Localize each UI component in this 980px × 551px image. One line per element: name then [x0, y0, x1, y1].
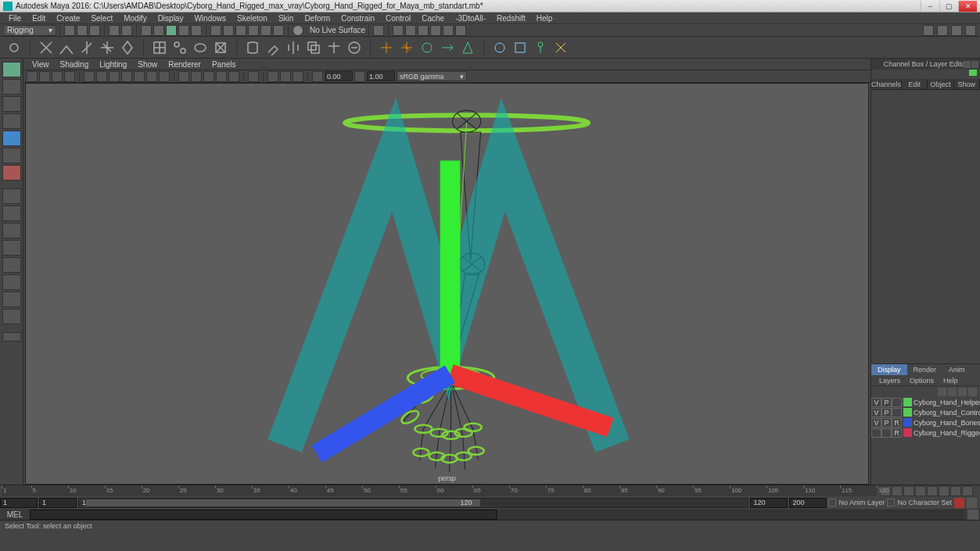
select-mode-icon[interactable] — [141, 25, 152, 36]
layer-p-toggle[interactable]: P — [881, 418, 892, 428]
snap-live-icon[interactable] — [260, 25, 271, 36]
panel-menu-show[interactable]: Show — [132, 60, 163, 69]
lattice-icon[interactable] — [152, 40, 167, 55]
menu-control[interactable]: Control — [380, 14, 416, 23]
layer-color-swatch[interactable] — [903, 418, 912, 427]
menu-create[interactable]: Create — [51, 14, 85, 23]
cluster-icon[interactable] — [172, 40, 188, 55]
layer-r-toggle[interactable] — [892, 398, 902, 407]
menu-skeleton[interactable]: Skeleton — [232, 14, 273, 23]
select-mask-icon[interactable] — [191, 25, 202, 36]
anim-prefs-icon[interactable] — [967, 498, 977, 508]
char-set-check[interactable] — [887, 499, 895, 506]
panel-dock-icon[interactable] — [964, 61, 971, 68]
menu-skin[interactable]: Skin — [273, 14, 299, 23]
panel-toggle-2-icon[interactable] — [937, 25, 948, 36]
select-obj-icon[interactable] — [166, 25, 177, 36]
xray-joints-icon[interactable] — [280, 71, 291, 82]
menu-display[interactable]: Display — [153, 14, 189, 23]
snap-view-icon[interactable] — [273, 25, 284, 36]
render-view-icon[interactable] — [443, 25, 454, 36]
rotate-tool-icon[interactable] — [2, 131, 21, 146]
open-scene-icon[interactable] — [77, 25, 88, 36]
bookmark-icon[interactable] — [52, 71, 63, 82]
panel-menu-panels[interactable]: Panels — [206, 60, 242, 69]
menu-edit[interactable]: Edit — [27, 14, 51, 23]
smooth-shade-icon[interactable] — [191, 71, 202, 82]
step-back-icon[interactable] — [903, 486, 914, 496]
render-settings-icon[interactable] — [418, 25, 429, 36]
shelf-selector-icon[interactable] — [6, 40, 22, 55]
select-tool-icon[interactable] — [2, 62, 21, 77]
go-to-end-icon[interactable] — [962, 486, 973, 496]
mirror-joint-icon[interactable] — [79, 40, 95, 55]
last-tool-icon[interactable] — [2, 165, 21, 181]
scale-tool-icon[interactable] — [2, 148, 21, 163]
layer-p-toggle[interactable]: P — [881, 408, 892, 417]
layout-four-icon[interactable] — [2, 206, 21, 221]
menu-constrain[interactable]: Constrain — [336, 14, 380, 23]
layer-menu-help[interactable]: Help — [939, 377, 963, 385]
human-ik-icon[interactable] — [553, 40, 569, 55]
mirror-weights-icon[interactable] — [285, 40, 301, 55]
snap-grid-icon[interactable] — [210, 25, 221, 36]
new-layer-icon[interactable] — [958, 388, 967, 396]
menu-cache[interactable]: Cache — [416, 14, 450, 23]
range-start-field[interactable] — [39, 498, 77, 508]
panel-toggle-3-icon[interactable] — [951, 25, 962, 36]
snap-curve-icon[interactable] — [223, 25, 234, 36]
layer-v-toggle[interactable] — [871, 428, 881, 438]
panel-menu-lighting[interactable]: Lighting — [94, 60, 132, 69]
layer-menu-options[interactable]: Options — [905, 377, 939, 385]
constraint-parent-icon[interactable] — [419, 40, 435, 55]
layer-tab-anim[interactable]: Anim — [942, 364, 971, 375]
viewport-3d[interactable]: persp — [25, 83, 869, 485]
command-input[interactable] — [30, 510, 497, 520]
anim-start-field[interactable] — [0, 498, 38, 508]
layout-single-icon[interactable] — [2, 188, 21, 204]
menu-redshift[interactable]: Redshift — [491, 14, 531, 23]
xray-comp-icon[interactable] — [293, 71, 303, 82]
layer-color-swatch[interactable] — [903, 408, 912, 417]
constraint-point-icon[interactable] — [379, 40, 394, 55]
layer-p-toggle[interactable]: P — [881, 398, 892, 407]
layer-row[interactable]: VPCyborg_Hand_Control — [871, 407, 980, 417]
minimize-button[interactable]: – — [921, 1, 939, 12]
layer-color-swatch[interactable] — [903, 398, 912, 406]
gate-mask-icon[interactable] — [121, 71, 132, 82]
play-back-icon[interactable] — [915, 486, 926, 496]
layer-tab-display[interactable]: Display — [871, 364, 907, 375]
redo-icon[interactable] — [121, 25, 132, 36]
exposure-icon[interactable] — [312, 71, 323, 82]
insert-joint-icon[interactable] — [59, 40, 74, 55]
cb-tab-object[interactable]: Object — [928, 79, 953, 89]
hammer-weights-icon[interactable] — [326, 40, 342, 55]
new-scene-icon[interactable] — [64, 25, 75, 36]
cb-tab-channels[interactable]: Channels — [871, 79, 902, 89]
layer-r-toggle[interactable]: R — [892, 418, 902, 428]
save-scene-icon[interactable] — [89, 25, 100, 36]
set-driven-key-icon[interactable] — [492, 40, 508, 55]
orient-joint-icon[interactable] — [99, 40, 115, 55]
layout-persp-icon[interactable] — [2, 292, 21, 307]
undo-icon[interactable] — [109, 25, 120, 36]
bind-skin-icon[interactable] — [245, 40, 260, 55]
wireframe-icon[interactable] — [178, 71, 189, 82]
menu-deform[interactable]: Deform — [299, 14, 336, 23]
layer-tab-render[interactable]: Render — [907, 364, 943, 375]
use-lights-icon[interactable] — [216, 71, 227, 82]
layer-menu-layers[interactable]: Layers — [874, 377, 905, 385]
colorspace-dropdown[interactable]: sRGB gamma ▾ — [397, 71, 467, 81]
layer-v-toggle[interactable]: V — [871, 408, 881, 417]
make-live-icon[interactable] — [293, 25, 303, 36]
panel-toggle-1-icon[interactable] — [923, 25, 934, 36]
render-icon[interactable] — [393, 25, 404, 36]
lasso-tool-icon[interactable] — [2, 79, 21, 95]
layout-outliner-icon[interactable] — [2, 332, 21, 342]
layer-v-toggle[interactable]: V — [871, 418, 881, 428]
camera-attr-icon[interactable] — [39, 71, 50, 82]
panel-menu-shading[interactable]: Shading — [55, 60, 95, 69]
layout-two-v-icon[interactable] — [2, 240, 21, 256]
move-layer-down-icon[interactable] — [948, 388, 957, 396]
prune-weights-icon[interactable] — [346, 40, 362, 55]
